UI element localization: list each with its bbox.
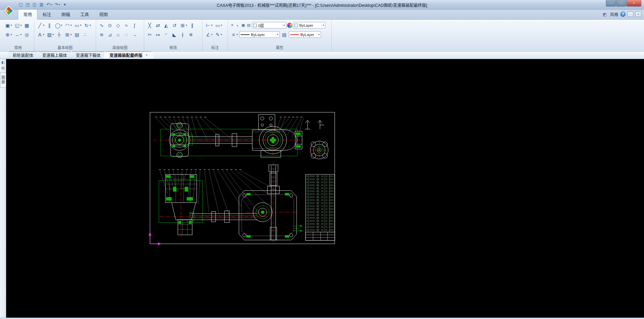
hatch-tool[interactable]: ▨▾	[46, 31, 55, 39]
explode-tool[interactable]: ※	[187, 31, 195, 39]
linetype-select-caret-icon[interactable]: ▾	[276, 33, 278, 36]
style-button[interactable]: ◩ 风格	[601, 11, 618, 17]
revolve-dropdown-caret-icon[interactable]: ▾	[90, 24, 92, 27]
break-tool[interactable]: ∤	[179, 31, 186, 39]
color-select-caret-icon[interactable]: ▾	[321, 24, 324, 27]
angle-dimension-dropdown-caret-icon[interactable]: ▾	[211, 33, 213, 36]
layer-freeze-tool[interactable]: ◐	[235, 22, 240, 29]
text-dropdown-caret-icon[interactable]: ▾	[43, 33, 45, 36]
profile-tool[interactable]: ⊿	[106, 31, 114, 39]
block-tool[interactable]: ⊞▾	[64, 31, 72, 39]
library-panel-tab[interactable]: 图册	[0, 72, 6, 88]
zoom-dropdown-caret-icon[interactable]: ▾	[11, 33, 13, 36]
isometric-tool[interactable]: ⌂	[114, 31, 122, 39]
undo-dropdown-caret-icon[interactable]: ▾	[50, 3, 53, 6]
open-file-tool[interactable]: ◳	[25, 1, 31, 8]
revision-cloud-tool[interactable]: ◌	[123, 31, 130, 39]
formula-curve-tool[interactable]: ∫	[131, 21, 138, 30]
color-select[interactable]: ByLayer ▾	[293, 22, 325, 29]
customize-toolbar-tool[interactable]: ▾	[62, 1, 68, 8]
pan-dropdown-caret-icon[interactable]: ▾	[20, 33, 22, 36]
ribbon-tab-sheet[interactable]: 图幅	[56, 10, 75, 19]
circle-dropdown-caret-icon[interactable]: ▾	[61, 24, 63, 27]
panel-pages-tool[interactable]: ▤	[1, 65, 5, 70]
mirror-tool[interactable]: ◭	[162, 21, 170, 30]
array-dropdown-caret-icon[interactable]: ▾	[186, 24, 188, 27]
wave-line-tool[interactable]: ≈	[123, 21, 130, 30]
chamfer-tool[interactable]: ◣	[171, 31, 178, 39]
arc-dropdown-caret-icon[interactable]: ▾	[70, 24, 72, 27]
ribbon-tab-tools[interactable]: 工具	[75, 10, 94, 19]
rectangle-dropdown-caret-icon[interactable]: ▾	[80, 24, 82, 27]
panel-toggle-tool[interactable]: ◧	[1, 60, 5, 65]
rotate-tool[interactable]: ↺	[171, 21, 178, 30]
minimize-button[interactable]: ─	[606, 0, 616, 7]
doc-tab-gearbox-upper-housing[interactable]: 变速箱上箱体	[35, 52, 74, 59]
circle-tool[interactable]: ◯▾	[54, 21, 63, 30]
layer-visibility-tool[interactable]: ☀	[230, 22, 235, 29]
copy-tool[interactable]: ◱▾	[13, 21, 22, 30]
drawing-viewport[interactable]	[6, 59, 644, 318]
close-button[interactable]: ×	[626, 0, 641, 7]
array-tool[interactable]: ⊞▾	[179, 21, 188, 30]
point-tool[interactable]: ∴	[81, 31, 89, 39]
side-part-view[interactable]	[310, 140, 329, 160]
layer-lock-tool[interactable]: ▣	[241, 22, 246, 29]
linewidth-select[interactable]: ByLayer ▾	[289, 31, 321, 38]
maximize-button[interactable]: □	[616, 0, 626, 7]
dimension-style-tool[interactable]: ▭▾	[214, 21, 223, 30]
annotate-dropdown-caret-icon[interactable]: ▾	[221, 33, 223, 36]
dimension-dropdown-caret-icon[interactable]: ▾	[211, 24, 213, 27]
erase-tool[interactable]: ╳	[146, 21, 153, 30]
annotate-tool[interactable]: ✎▾	[214, 31, 223, 39]
doc-tab-front-wheel-assembly[interactable]: 前轮装配体	[6, 52, 40, 59]
line-dropdown-caret-icon[interactable]: ▾	[43, 24, 45, 27]
app-menu-button[interactable]	[3, 5, 14, 16]
linewidth-tool[interactable]: ▤	[280, 31, 288, 39]
save-tool[interactable]: ◫	[32, 1, 37, 8]
arrow-line-tool[interactable]: →	[131, 31, 138, 39]
contour-tool[interactable]: ≋	[98, 31, 105, 39]
cad-drawing[interactable]	[6, 59, 644, 318]
layer-select[interactable]: 0层 ▾	[252, 22, 286, 29]
ribbon-tab-dimension[interactable]: 标注	[37, 10, 56, 19]
doc-tab-gearbox-lower-housing[interactable]: 变速箱下箱体	[69, 52, 107, 59]
bottom-assembly-view[interactable]	[159, 162, 302, 242]
redo-dropdown-caret-icon[interactable]: ▾	[59, 3, 61, 6]
copy-dropdown-caret-icon[interactable]: ▾	[20, 24, 22, 27]
redraw-tool[interactable]: ◎	[23, 31, 31, 39]
new-file-tool[interactable]: ▢	[18, 1, 24, 8]
centerline-tool[interactable]: ┼	[55, 31, 63, 39]
zoom-tool[interactable]: ⊕▾	[4, 31, 13, 39]
revolve-tool[interactable]: ↻▾	[83, 21, 92, 30]
ellipse-tool[interactable]: ⊙	[106, 21, 114, 30]
pan-tool[interactable]: ↔▾	[13, 31, 22, 39]
hatch-dropdown-caret-icon[interactable]: ▾	[53, 33, 55, 36]
dimension-tool[interactable]: ⊢▾	[204, 21, 213, 30]
move-tool[interactable]: ⇄	[154, 21, 162, 30]
linetype-tool[interactable]: ≡ ▾	[230, 31, 239, 39]
trim-tool[interactable]: ✂	[146, 31, 153, 39]
ribbon-tab-view[interactable]: 视图	[94, 10, 113, 19]
dimension-style-dropdown-caret-icon[interactable]: ▾	[221, 24, 223, 27]
parts-list-table[interactable]	[306, 174, 335, 240]
table-tool[interactable]: ▤	[73, 31, 81, 39]
redo-tool[interactable]: ↷▾	[54, 1, 61, 8]
undo-tool[interactable]: ↶▾	[45, 1, 53, 8]
paste-tool[interactable]: ▣▾	[4, 21, 13, 30]
offset-tool[interactable]: ∥	[188, 21, 196, 30]
extend-tool[interactable]: ↦	[154, 31, 162, 39]
linewidth-select-caret-icon[interactable]: ▾	[317, 33, 320, 36]
top-assembly-view[interactable]	[153, 114, 304, 158]
print-tool[interactable]: ▥	[38, 1, 44, 8]
block-dropdown-caret-icon[interactable]: ▾	[70, 33, 72, 36]
fillet-tool[interactable]: ◜	[162, 31, 170, 39]
polygon-tool[interactable]: ◇	[114, 21, 122, 30]
insert-image-tool[interactable]: ▦	[23, 21, 31, 30]
parallel-line-tool[interactable]: ∥	[46, 21, 53, 30]
doc-tab-gearbox-assembly-final[interactable]: 变速箱装配最终版 ×	[103, 52, 154, 59]
rectangle-tool[interactable]: ▭▾	[73, 21, 82, 30]
linetype-select[interactable]: ByLayer ▾	[239, 31, 280, 38]
linetype-caret-icon[interactable]: ▾	[237, 33, 239, 36]
close-tab-icon[interactable]: ×	[146, 53, 148, 57]
